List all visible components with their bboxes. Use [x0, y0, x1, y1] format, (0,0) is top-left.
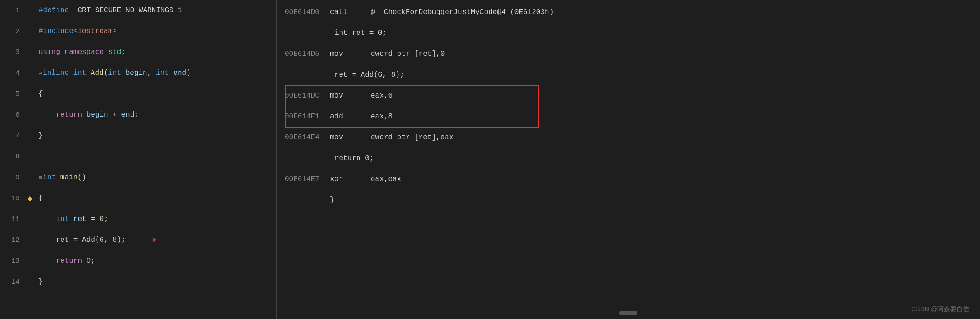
disasm-operand: eax,eax: [371, 175, 980, 183]
code-line: 11 int ret = 0;: [0, 209, 276, 230]
token-kw-white: [39, 215, 56, 223]
disasm-line: ret = Add(6, 8);: [277, 64, 980, 85]
token-kw-return: return: [56, 257, 86, 265]
code-lines: 1#define _CRT_SECURE_NO_WARNINGS 12#incl…: [0, 0, 276, 292]
line-content: #define _CRT_SECURE_NO_WARNINGS 1: [35, 0, 276, 21]
disasm-mnemonic: }: [330, 196, 371, 204]
token-kw-func: Add: [91, 69, 104, 77]
line-number: 9: [0, 174, 25, 182]
token-kw-namespace: namespace: [65, 48, 108, 56]
disasm-line: 00E614E4mov dword ptr [ret],eax: [277, 127, 980, 148]
token-kw-white: =: [87, 215, 100, 223]
token-kw-white: +: [108, 111, 121, 119]
red-arrow-text: ——————▶: [126, 236, 157, 244]
token-kw-namespace: using: [39, 48, 65, 56]
code-line: 6 return begin + end;: [0, 104, 276, 125]
token-kw-white: (: [104, 69, 108, 77]
token-kw-type: int: [43, 173, 60, 182]
disasm-line: 00E614D5mov dword ptr [ret],0: [277, 44, 980, 64]
token-kw-white: ,: [147, 69, 156, 77]
token-kw-type: int: [156, 69, 173, 77]
token-kw-include-file: <iostream>: [73, 27, 117, 35]
disasm-line: 00E614D0call @__CheckForDebuggerJustMyCo…: [277, 2, 980, 23]
token-collapse-icon: ⊟: [39, 70, 42, 77]
token-kw-white: ;: [104, 215, 108, 223]
disasm-line: 00E614E1add eax,8: [277, 106, 980, 127]
disasm-operand: eax,8: [371, 113, 980, 121]
line-content: }: [35, 125, 276, 146]
disasm-mnemonic: mov: [330, 50, 371, 58]
token-kw-num: 8: [112, 236, 117, 244]
line-number: 14: [0, 278, 25, 286]
line-number: 10: [0, 195, 25, 202]
disasm-mnemonic: call: [330, 8, 371, 16]
disasm-address: 00E614D5: [285, 50, 330, 58]
token-collapse-icon: ⊟: [39, 175, 42, 181]
token-kw-param: ret: [73, 215, 87, 223]
token-kw-white: );: [117, 236, 126, 244]
token-kw-inline: inline: [43, 69, 73, 77]
disasm-line: return 0;: [277, 148, 980, 169]
disasm-operand: dword ptr [ret],0: [371, 50, 980, 58]
disasm-mnemonic: add: [330, 113, 371, 121]
line-content: ⊟inline int Add(int begin, int end): [35, 63, 276, 84]
disasm-source-line: return 0;: [285, 154, 374, 162]
line-content: ⊟int main(): [35, 167, 276, 188]
line-number: 4: [0, 69, 25, 77]
line-content: {: [35, 83, 276, 104]
disasm-line: }: [277, 190, 980, 211]
token-kw-white: ;: [91, 257, 95, 265]
token-kw-func: Add: [82, 236, 95, 244]
token-kw-white: =: [69, 236, 82, 244]
disasm-operand: @__CheckForDebuggerJustMyCode@4 (0E61203…: [371, 8, 980, 16]
line-content: using namespace std;: [35, 42, 276, 63]
line-content: ret = Add(6, 8); ——————▶: [35, 230, 276, 250]
line-content: return begin + end;: [35, 104, 276, 125]
disasm-address: 00E614E1: [285, 113, 330, 121]
token-kw-param: ret: [56, 236, 69, 244]
line-number: 3: [0, 49, 25, 56]
token-kw-white: {: [39, 194, 43, 202]
disasm-operand: eax,6: [371, 92, 980, 100]
disasm-address: 00E614E7: [285, 175, 330, 183]
disasm-mnemonic: xor: [330, 175, 371, 183]
code-line: 10◆{: [0, 188, 276, 209]
token-kw-type: int: [73, 69, 90, 77]
code-line: 1#define _CRT_SECURE_NO_WARNINGS 1: [0, 0, 276, 21]
scroll-indicator[interactable]: [619, 311, 637, 315]
code-panel: 1#define _CRT_SECURE_NO_WARNINGS 12#incl…: [0, 0, 277, 319]
line-number: 5: [0, 90, 25, 98]
token-kw-num: 0: [87, 257, 91, 265]
code-line: 5{: [0, 83, 276, 104]
token-kw-return: return: [39, 111, 87, 119]
line-content: return 0;: [35, 250, 276, 271]
disasm-line: 00E614DCmov eax,6: [277, 85, 980, 106]
token-kw-white: (: [95, 236, 100, 244]
token-kw-white: }: [39, 278, 43, 286]
code-line: 12 ret = Add(6, 8); ——————▶: [0, 230, 276, 250]
line-number: 1: [0, 7, 25, 15]
token-kw-white: (): [78, 173, 86, 182]
token-kw-func: main: [60, 173, 78, 182]
code-line: 8: [0, 146, 276, 167]
token-kw-blue: #define: [39, 6, 73, 15]
token-kw-white: ): [186, 69, 191, 77]
token-kw-param: end: [121, 111, 134, 119]
disasm-line: int ret = 0;: [277, 23, 980, 44]
code-line: 9⊟int main(): [0, 167, 276, 188]
disasm-mnemonic: mov: [330, 133, 371, 142]
token-kw-num: 0: [99, 215, 104, 223]
disasm-source-line: int ret = 0;: [285, 29, 387, 37]
code-line: 4⊟inline int Add(int begin, int end): [0, 63, 276, 83]
token-kw-white: }: [39, 132, 43, 140]
token-kw-white: _CRT_SECURE_NO_WARNINGS: [73, 6, 178, 15]
line-content: }: [35, 271, 276, 292]
token-define-val: 1: [178, 6, 182, 15]
disasm-address: 00E614DC: [285, 92, 330, 100]
disasm-address: 00E614E4: [285, 133, 330, 142]
token-kw-type: int: [108, 69, 125, 77]
code-line: 7}: [0, 125, 276, 146]
code-line: 3using namespace std;: [0, 42, 276, 63]
line-number: 2: [0, 28, 25, 35]
token-kw-white: ,: [104, 236, 112, 244]
